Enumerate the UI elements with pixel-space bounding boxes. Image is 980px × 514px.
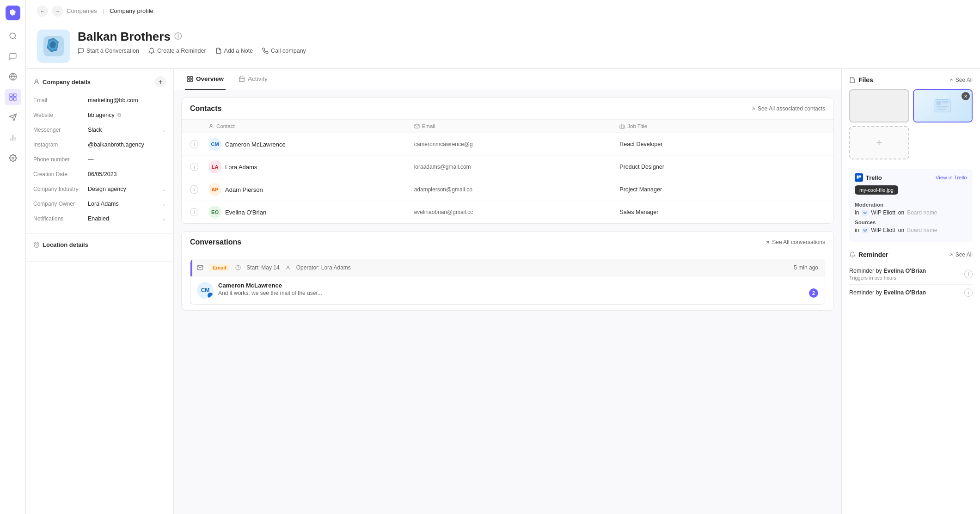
svg-point-14 — [36, 80, 38, 82]
content-area: Company details + Email marketing@bb.com… — [26, 69, 980, 514]
file-thumb-2[interactable]: ✕ — [913, 89, 973, 122]
contact-info-icon-3[interactable]: i — [190, 208, 198, 216]
conv-header-0: Email Start: May 14 Operator: Lora Adams… — [190, 259, 825, 276]
trello-view-link[interactable]: View in Trello — [936, 175, 967, 180]
company-name-text: Balkan Brothers — [78, 30, 171, 44]
contact-info-icon-0[interactable]: i — [190, 140, 198, 148]
messenger-dropdown-arrow: ⌄ — [162, 127, 166, 133]
breadcrumb-parent[interactable]: Companies — [67, 7, 97, 14]
contact-info-icon-1[interactable]: i — [190, 163, 198, 171]
reminder-item-1: Reminder by Evelina O'Brian i — [849, 285, 973, 300]
files-grid: ✕ — [849, 89, 973, 159]
tab-overview[interactable]: Overview — [185, 69, 226, 90]
conversations-section-header: Conversations See All conversations — [182, 232, 833, 253]
sidebar-item-search[interactable] — [5, 28, 21, 44]
conversations-title: Conversations — [190, 238, 241, 246]
reminder-title: Reminder — [858, 251, 888, 258]
create-reminder-button[interactable]: Create a Reminder — [148, 48, 206, 54]
svg-rect-32 — [937, 106, 949, 107]
svg-rect-6 — [10, 98, 12, 100]
reminder-info-icon-1[interactable]: i — [964, 288, 973, 297]
notifications-dropdown-arrow: ⌄ — [162, 216, 166, 222]
files-section-header: Files See All — [849, 76, 973, 84]
svg-point-12 — [12, 157, 14, 159]
conv-content-0: Cameron McLawrence And it works, we see … — [218, 282, 818, 296]
contact-row-2: i AP Adam Pierson adampierson@gmail.co P… — [182, 178, 833, 201]
svg-rect-19 — [188, 80, 190, 81]
middle-panel: Overview Activity Contacts See All assoc… — [174, 69, 841, 514]
conv-unread-badge: 2 — [809, 288, 818, 298]
company-info-icon[interactable]: ⓘ — [174, 32, 182, 42]
sidebar-item-send[interactable] — [5, 109, 21, 126]
svg-rect-35 — [857, 176, 859, 179]
trello-sources-wip-icon: W — [862, 227, 868, 233]
reminder-section: Reminder See All Reminder by Evelina O'B… — [849, 251, 973, 300]
svg-rect-34 — [937, 109, 946, 110]
reminder-info-icon-0[interactable]: i — [964, 270, 973, 278]
detail-row-owner: Company Owner Lora Adams ⌄ — [33, 196, 166, 211]
file-thumb-1[interactable] — [849, 89, 909, 122]
file-close-icon[interactable]: ✕ — [962, 92, 970, 100]
sidebar — [0, 0, 26, 514]
see-all-contacts-link[interactable]: See All associated contacts — [751, 105, 825, 112]
detail-row-phone: Phone number — — [33, 152, 166, 167]
add-note-button[interactable]: Add a Note — [215, 48, 253, 54]
trello-moderation: Moderation in W WIP Eliott on Board name — [855, 202, 967, 216]
detail-row-creation-date: Creation Date 06/05/2023 — [33, 167, 166, 182]
trello-icon — [855, 173, 863, 182]
conv-body-0: CM 🇫 Cameron McLawrence And it works, we… — [190, 276, 825, 304]
start-conversation-button[interactable]: Start a Conversation — [78, 48, 139, 54]
contact-row-3: i EO Evelina O'Brian evelinaobrian@gmail… — [182, 201, 833, 223]
app-logo[interactable] — [6, 6, 20, 20]
svg-rect-17 — [190, 76, 192, 78]
add-detail-button[interactable]: + — [155, 76, 166, 87]
see-all-conversations-link[interactable]: See All conversations — [765, 239, 825, 245]
avatar-0: CM — [208, 138, 221, 151]
company-details-header: Company details + — [33, 76, 166, 87]
contact-info-icon-2[interactable]: i — [190, 185, 198, 194]
contacts-section-header: Contacts See All associated contacts — [182, 98, 833, 120]
topnav: ← → Companies | Company profile — [26, 0, 980, 22]
company-header: Balkan Brothers ⓘ Start a Conversation C… — [26, 22, 980, 69]
conversations-section: Conversations See All conversations Emai… — [181, 231, 834, 311]
trello-tooltip: my-cool-file.jpg — [855, 185, 967, 198]
contacts-section: Contacts See All associated contacts Con… — [181, 98, 834, 224]
svg-rect-3 — [10, 94, 12, 96]
conversation-item-0: Email Start: May 14 Operator: Lora Adams… — [190, 259, 825, 305]
trello-wip-icon: W — [862, 209, 868, 216]
breadcrumb-sep: | — [103, 7, 104, 14]
back-button[interactable]: ← — [37, 6, 48, 17]
copy-website-icon[interactable]: ⧉ — [117, 112, 122, 118]
see-all-reminders-link[interactable]: See All — [949, 251, 973, 258]
location-details-header: Location details — [33, 241, 166, 248]
main-area: ← → Companies | Company profile Balkan B… — [26, 0, 980, 514]
industry-dropdown-arrow: ⌄ — [162, 186, 166, 192]
call-company-button[interactable]: Call company — [262, 48, 306, 54]
file-add-button[interactable]: + — [849, 126, 909, 159]
see-all-files-link[interactable]: See All — [949, 77, 973, 83]
svg-rect-5 — [13, 98, 16, 100]
sidebar-item-globe[interactable] — [5, 68, 21, 85]
contacts-title: Contacts — [190, 104, 221, 113]
sidebar-item-chat[interactable] — [5, 48, 21, 65]
trello-sources: Sources in W WIP Eliott on Board name — [855, 220, 967, 233]
contact-row-0: i CM Cameron McLawrence cameronmcawrence… — [182, 133, 833, 156]
files-title: Files — [858, 76, 873, 84]
sidebar-item-settings[interactable] — [5, 150, 21, 166]
company-details-title: Company details — [43, 79, 91, 86]
owner-dropdown-arrow: ⌄ — [162, 201, 166, 207]
reminder-section-header: Reminder See All — [849, 251, 973, 258]
files-section: Files See All — [849, 76, 973, 159]
sidebar-item-reports[interactable] — [5, 129, 21, 146]
company-actions: Start a Conversation Create a Reminder A… — [78, 48, 969, 54]
tab-activity[interactable]: Activity — [237, 69, 270, 90]
svg-point-0 — [10, 33, 15, 38]
left-panel: Company details + Email marketing@bb.com… — [26, 69, 174, 514]
contacts-table-header: Contact Email Job Title — [182, 120, 833, 133]
sidebar-item-dashboard[interactable] — [5, 89, 21, 105]
forward-button[interactable]: → — [52, 6, 63, 17]
detail-row-instagram: Instagram @balkanbroth.agency — [33, 137, 166, 152]
svg-rect-36 — [859, 176, 861, 178]
detail-row-messenger: Messenger Slack ⌄ — [33, 122, 166, 137]
svg-point-24 — [210, 124, 212, 126]
